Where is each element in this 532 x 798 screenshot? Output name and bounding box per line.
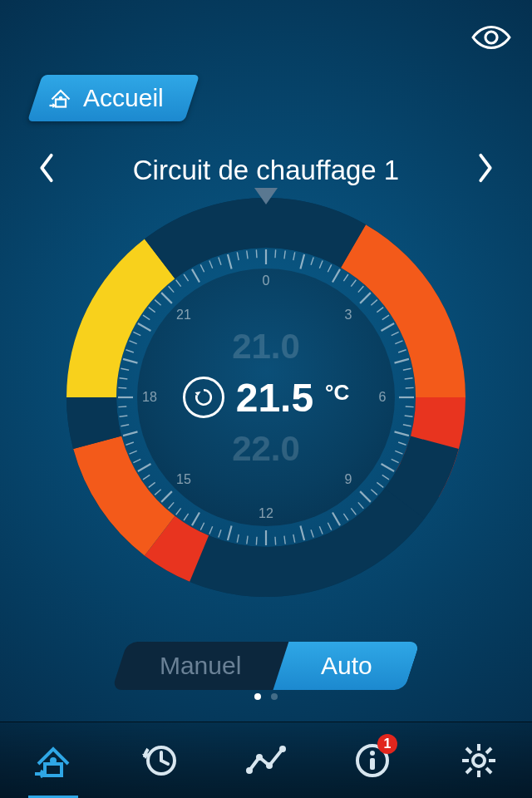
svg-line-37 [382,464,395,471]
svg-line-90 [169,286,175,292]
svg-point-107 [279,746,286,752]
svg-line-87 [149,308,155,313]
svg-line-13 [332,269,340,283]
svg-line-98 [237,252,239,260]
svg-line-85 [138,323,151,331]
nav-settings[interactable] [449,731,509,791]
svg-line-51 [284,536,285,544]
svg-line-72 [126,442,133,445]
svg-line-86 [143,315,150,320]
svg-line-19 [377,308,383,313]
bottom-nav: 1 [0,722,532,798]
svg-point-0 [485,32,497,43]
svg-line-10 [311,257,313,264]
dial-hour-label: 9 [345,472,352,487]
svg-line-88 [155,300,160,306]
svg-line-83 [130,341,137,344]
dial-hour-label: 12 [259,506,273,521]
svg-line-82 [126,350,133,352]
mode-toggle: Manuel Auto [112,642,421,690]
svg-line-32 [403,425,411,426]
svg-line-78 [118,387,126,388]
prev-circuit-button[interactable] [28,148,65,193]
svg-line-68 [143,475,150,480]
svg-line-46 [328,523,331,530]
svg-line-16 [358,286,364,292]
breadcrumb-home-label: Accueil [83,84,164,112]
svg-line-18 [371,300,377,306]
svg-line-62 [184,514,189,520]
nav-graph[interactable] [236,731,296,791]
svg-line-56 [237,534,239,543]
temperature-dial[interactable]: 036912151821 21.0 21.5 °C 22.0 [58,190,474,605]
svg-line-69 [138,464,151,471]
svg-line-22 [392,332,399,335]
svg-line-31 [405,416,413,416]
svg-line-36 [392,459,399,462]
svg-rect-1 [56,100,66,107]
svg-line-75 [120,416,128,416]
mode-manual-label: Manuel [120,642,281,690]
dial-hour-label: 18 [142,390,157,405]
pager-dots [254,693,278,700]
svg-line-45 [332,513,340,526]
svg-line-91 [176,280,181,287]
mode-manual-button[interactable]: Manuel [112,642,289,690]
pager-dot[interactable] [271,693,278,700]
svg-line-11 [319,261,323,268]
dial-hour-label: 21 [176,308,191,323]
svg-line-28 [406,387,414,388]
dial-hour-label: 0 [263,273,270,288]
svg-point-104 [246,767,253,774]
svg-line-96 [219,257,221,264]
dial-current-temp: 21.5 [236,375,313,421]
nav-info-badge: 1 [377,734,397,754]
svg-line-95 [209,261,213,268]
svg-line-14 [343,274,348,281]
svg-line-47 [319,526,323,534]
svg-line-64 [169,502,175,508]
svg-line-63 [176,508,181,515]
nav-home[interactable] [23,731,83,791]
svg-line-40 [371,490,377,495]
nav-info[interactable]: 1 [342,731,402,791]
svg-line-70 [133,459,140,462]
svg-line-27 [405,378,413,379]
svg-line-54 [256,537,257,545]
svg-line-71 [130,451,137,454]
svg-line-50 [293,534,295,543]
next-circuit-button[interactable] [467,148,504,193]
svg-line-48 [311,530,313,537]
pager-dot[interactable] [254,693,261,700]
svg-line-100 [256,249,257,258]
svg-line-76 [118,406,126,407]
mode-auto-button[interactable]: Auto [273,642,421,690]
nav-active-indicator [28,796,78,799]
svg-rect-110 [370,758,375,770]
svg-line-8 [293,252,295,260]
undo-button[interactable] [183,377,224,418]
visibility-icon[interactable] [469,15,514,60]
svg-line-6 [275,249,276,258]
nav-schedule[interactable] [130,731,190,791]
svg-line-34 [398,442,406,445]
svg-line-99 [247,251,248,259]
dial-prev-temp: 21.0 [232,327,300,367]
dial-marker-icon [254,188,278,204]
svg-rect-101 [45,764,62,776]
svg-point-106 [266,762,273,769]
svg-point-109 [370,751,375,756]
svg-line-84 [133,332,140,335]
dial-hour-label: 6 [379,390,387,405]
svg-line-80 [121,368,129,370]
svg-line-35 [395,451,402,454]
svg-line-92 [184,274,189,281]
svg-line-20 [382,315,389,320]
svg-line-43 [351,508,356,515]
svg-line-67 [149,482,155,487]
svg-line-93 [192,269,200,283]
svg-line-61 [192,513,200,526]
svg-line-12 [328,264,331,272]
svg-line-39 [377,482,383,487]
breadcrumb-home[interactable]: Accueil [27,75,200,121]
